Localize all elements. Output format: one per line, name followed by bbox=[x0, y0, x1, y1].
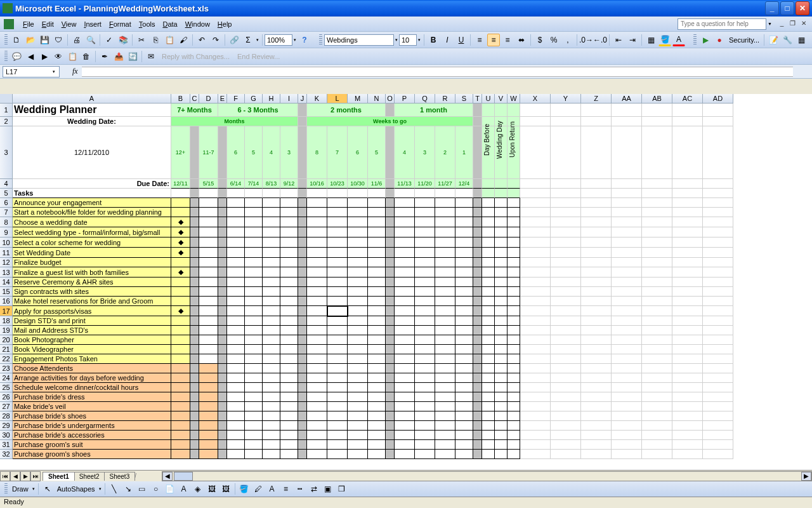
row-header-11[interactable]: 11 bbox=[0, 248, 13, 258]
row-header-30[interactable]: 30 bbox=[0, 431, 13, 440]
cell-A27[interactable]: Make bride's veil bbox=[13, 402, 171, 411]
cell-Q17[interactable] bbox=[415, 306, 435, 316]
cell-K23[interactable] bbox=[307, 364, 327, 373]
cell-G6[interactable] bbox=[245, 198, 263, 208]
cell-A7[interactable]: Start a notebook/file folder for wedding… bbox=[13, 208, 171, 217]
select-objects-icon[interactable]: ↖ bbox=[41, 483, 54, 495]
cell-F30[interactable] bbox=[227, 431, 245, 440]
cell-N13[interactable] bbox=[368, 267, 386, 277]
scroll-right-icon[interactable]: ▶ bbox=[801, 472, 811, 481]
cell-L32[interactable] bbox=[327, 450, 348, 459]
cell-Z22[interactable] bbox=[581, 354, 612, 364]
cell-AC18[interactable] bbox=[672, 316, 703, 326]
cell-D16[interactable] bbox=[199, 297, 218, 306]
cell-D30[interactable] bbox=[199, 431, 218, 440]
cell-P1[interactable]: 1 month bbox=[395, 104, 473, 117]
cell-U19[interactable] bbox=[482, 326, 495, 335]
cell-E13[interactable] bbox=[218, 267, 227, 277]
cell-B2[interactable]: Months bbox=[171, 117, 298, 126]
arrow-icon[interactable]: ↘ bbox=[122, 483, 134, 495]
cell-W10[interactable] bbox=[508, 237, 520, 248]
cell-O12[interactable] bbox=[386, 258, 395, 267]
align-left-icon[interactable]: ≡ bbox=[473, 34, 486, 46]
cell-P21[interactable] bbox=[395, 345, 415, 354]
cell-AD1[interactable] bbox=[703, 104, 733, 117]
cell-O14[interactable] bbox=[386, 277, 395, 287]
cell-C25[interactable] bbox=[190, 383, 199, 392]
cell-B24[interactable] bbox=[171, 373, 190, 383]
help-search-input[interactable] bbox=[678, 18, 766, 30]
cell-AB8[interactable] bbox=[642, 217, 672, 227]
cell-M21[interactable] bbox=[348, 345, 368, 354]
cell-N10[interactable] bbox=[368, 237, 386, 248]
cell-A31[interactable]: Purchase groom's suit bbox=[13, 440, 171, 450]
cell-L24[interactable] bbox=[327, 373, 348, 383]
cell-R22[interactable] bbox=[435, 354, 455, 364]
cell-AD19[interactable] bbox=[703, 326, 733, 335]
col-header-Z[interactable]: Z bbox=[581, 94, 612, 104]
cell-X9[interactable] bbox=[520, 227, 551, 237]
cell-P11[interactable] bbox=[395, 248, 415, 258]
cell-S25[interactable] bbox=[455, 383, 473, 392]
cell-J23[interactable] bbox=[298, 364, 307, 373]
cell-T6[interactable] bbox=[473, 198, 482, 208]
cell-I32[interactable] bbox=[280, 450, 298, 459]
cell-N32[interactable] bbox=[368, 450, 386, 459]
cell-AC24[interactable] bbox=[672, 373, 703, 383]
cell-P12[interactable] bbox=[395, 258, 415, 267]
cell-C14[interactable] bbox=[190, 277, 199, 287]
cell-Q27[interactable] bbox=[415, 402, 435, 411]
cell-E6[interactable] bbox=[218, 198, 227, 208]
cell-Y1[interactable] bbox=[551, 104, 581, 117]
cell-Z29[interactable] bbox=[581, 421, 612, 431]
cell-L19[interactable] bbox=[327, 326, 348, 335]
new-icon[interactable]: 🗋 bbox=[10, 34, 23, 46]
clipart-icon[interactable]: 🖼 bbox=[206, 483, 218, 495]
cell-J20[interactable] bbox=[298, 335, 307, 345]
cell-T12[interactable] bbox=[473, 258, 482, 267]
ink-icon[interactable]: ✒ bbox=[98, 50, 111, 63]
cell-Y28[interactable] bbox=[551, 411, 581, 421]
cell-A3[interactable]: 12/11/2010 bbox=[13, 126, 171, 179]
cell-AC28[interactable] bbox=[672, 411, 703, 421]
cell-U17[interactable] bbox=[482, 306, 495, 316]
cell-A9[interactable]: Select wedding type - formal/informal, b… bbox=[13, 227, 171, 237]
cell-S15[interactable] bbox=[455, 287, 473, 297]
cell-Q8[interactable] bbox=[415, 217, 435, 227]
col-header-U[interactable]: U bbox=[482, 94, 495, 104]
cell-A20[interactable]: Book Photographer bbox=[13, 335, 171, 345]
cell-R6[interactable] bbox=[435, 198, 455, 208]
cell-T4[interactable] bbox=[473, 179, 482, 189]
cell-AC12[interactable] bbox=[672, 258, 703, 267]
cell-H10[interactable] bbox=[263, 237, 280, 248]
cell-B7[interactable] bbox=[171, 208, 190, 217]
cell-X7[interactable] bbox=[520, 208, 551, 217]
cell-U20[interactable] bbox=[482, 335, 495, 345]
cell-AD13[interactable] bbox=[703, 267, 733, 277]
cell-R3[interactable]: 2 bbox=[435, 126, 455, 179]
end-review-button[interactable]: End Review... bbox=[233, 53, 284, 60]
cell-G7[interactable] bbox=[245, 208, 263, 217]
cell-X23[interactable] bbox=[520, 364, 551, 373]
cell-F20[interactable] bbox=[227, 335, 245, 345]
cell-Y20[interactable] bbox=[551, 335, 581, 345]
toolbar-grip[interactable] bbox=[4, 51, 8, 62]
cell-M6[interactable] bbox=[348, 198, 368, 208]
cell-I8[interactable] bbox=[280, 217, 298, 227]
cell-J19[interactable] bbox=[298, 326, 307, 335]
cell-B14[interactable] bbox=[171, 277, 190, 287]
cell-AD4[interactable] bbox=[703, 179, 733, 189]
cell-T2[interactable] bbox=[473, 117, 482, 126]
cell-AA3[interactable] bbox=[612, 126, 642, 179]
cell-O8[interactable] bbox=[386, 217, 395, 227]
cell-F12[interactable] bbox=[227, 258, 245, 267]
cell-Y3[interactable] bbox=[551, 126, 581, 179]
cell-AD12[interactable] bbox=[703, 258, 733, 267]
cell-AC30[interactable] bbox=[672, 431, 703, 440]
cell-Q9[interactable] bbox=[415, 227, 435, 237]
cell-N27[interactable] bbox=[368, 402, 386, 411]
toolbar-grip[interactable] bbox=[4, 34, 8, 46]
cell-C11[interactable] bbox=[190, 248, 199, 258]
cell-AA16[interactable] bbox=[612, 297, 642, 306]
row-header-23[interactable]: 23 bbox=[0, 364, 13, 373]
